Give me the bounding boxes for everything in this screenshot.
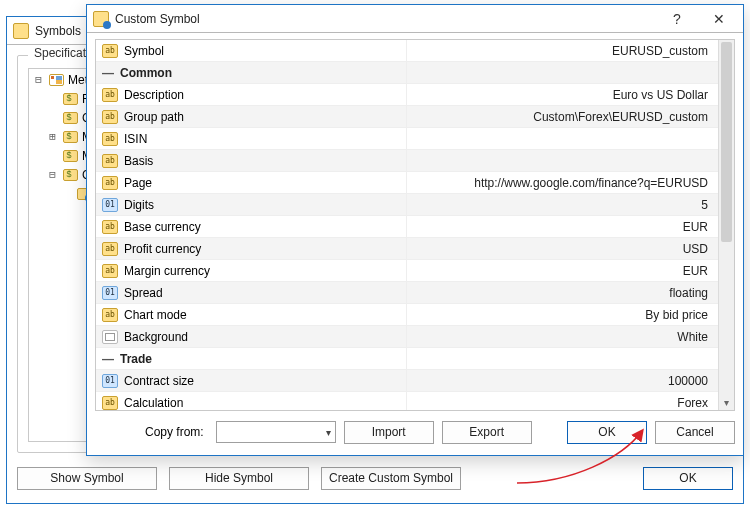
vertical-scrollbar[interactable]: ▴ ▾	[718, 40, 734, 410]
import-button[interactable]: Import	[344, 421, 434, 444]
string-type-icon	[102, 154, 118, 168]
string-type-icon	[102, 132, 118, 146]
custom-symbol-window: Custom Symbol ? ✕ SymbolEURUSD_custom—Co…	[86, 4, 744, 456]
property-row[interactable]: Base currencyEUR	[96, 216, 718, 238]
property-name: Basis	[124, 154, 153, 168]
number-type-icon	[102, 198, 118, 212]
property-name: Base currency	[124, 220, 201, 234]
property-row[interactable]: BackgroundWhite	[96, 326, 718, 348]
number-type-icon	[102, 286, 118, 300]
symbols-ok-button[interactable]: OK	[643, 467, 733, 490]
create-custom-symbol-button[interactable]: Create Custom Symbol	[321, 467, 461, 490]
property-grid-container: SymbolEURUSD_custom—CommonDescriptionEur…	[95, 39, 735, 411]
property-row[interactable]: SymbolEURUSD_custom	[96, 40, 718, 62]
folder-icon	[63, 131, 78, 143]
symbols-button-bar: Show Symbol Hide Symbol Create Custom Sy…	[17, 465, 733, 491]
string-type-icon	[102, 396, 118, 410]
property-value[interactable]: EUR	[407, 264, 718, 278]
property-name: Contract size	[124, 374, 194, 388]
property-row[interactable]: Digits5	[96, 194, 718, 216]
property-grid[interactable]: SymbolEURUSD_custom—CommonDescriptionEur…	[96, 40, 734, 410]
string-type-icon	[102, 88, 118, 102]
tree-collapse-icon[interactable]: ⊟	[47, 168, 58, 181]
string-type-icon	[102, 220, 118, 234]
property-name: Description	[124, 88, 184, 102]
property-value[interactable]: http://www.google.com/finance?q=EURUSD	[407, 176, 718, 190]
symbols-window-icon	[13, 23, 29, 39]
property-value[interactable]: USD	[407, 242, 718, 256]
property-value[interactable]: White	[407, 330, 718, 344]
hide-symbol-button[interactable]: Hide Symbol	[169, 467, 309, 490]
property-value[interactable]: Custom\Forex\EURUSD_custom	[407, 110, 718, 124]
property-row[interactable]: Basis	[96, 150, 718, 172]
custom-symbol-title: Custom Symbol	[115, 12, 653, 26]
property-row[interactable]: DescriptionEuro vs US Dollar	[96, 84, 718, 106]
property-row[interactable]: Profit currencyUSD	[96, 238, 718, 260]
section-title: Common	[120, 66, 172, 80]
property-name: Symbol	[124, 44, 164, 58]
property-row[interactable]: ISIN	[96, 128, 718, 150]
custom-symbol-cancel-button[interactable]: Cancel	[655, 421, 735, 444]
property-section-header[interactable]: —Trade	[96, 348, 718, 370]
string-type-icon	[102, 110, 118, 124]
property-name: Profit currency	[124, 242, 201, 256]
folder-icon	[63, 93, 78, 105]
property-name: Page	[124, 176, 152, 190]
string-type-icon	[102, 264, 118, 278]
string-type-icon	[102, 44, 118, 58]
property-row[interactable]: Pagehttp://www.google.com/finance?q=EURU…	[96, 172, 718, 194]
string-type-icon	[102, 242, 118, 256]
property-row[interactable]: Spreadfloating	[96, 282, 718, 304]
help-button[interactable]: ?	[659, 5, 695, 33]
section-collapse-icon[interactable]: —	[102, 66, 114, 80]
folder-icon	[49, 74, 64, 86]
folder-icon	[63, 150, 78, 162]
property-value[interactable]: Forex	[407, 396, 718, 410]
folder-icon	[63, 169, 78, 181]
property-name: Background	[124, 330, 188, 344]
property-row[interactable]: Contract size100000	[96, 370, 718, 392]
property-name: Calculation	[124, 396, 183, 410]
show-symbol-button[interactable]: Show Symbol	[17, 467, 157, 490]
property-value[interactable]: EUR	[407, 220, 718, 234]
number-type-icon	[102, 374, 118, 388]
property-value[interactable]: Euro vs US Dollar	[407, 88, 718, 102]
property-row[interactable]: CalculationForex	[96, 392, 718, 410]
custom-symbol-window-icon	[93, 11, 109, 27]
export-button[interactable]: Export	[442, 421, 532, 444]
property-value[interactable]: By bid price	[407, 308, 718, 322]
property-name: Group path	[124, 110, 184, 124]
property-name: Spread	[124, 286, 163, 300]
property-value[interactable]: 100000	[407, 374, 718, 388]
property-section-header[interactable]: —Common	[96, 62, 718, 84]
custom-symbol-button-bar: Copy from: ▾ Import Export OK Cancel	[95, 419, 735, 445]
close-button[interactable]: ✕	[701, 5, 737, 33]
tree-collapse-icon[interactable]: ⊟	[33, 73, 44, 86]
property-row[interactable]: Margin currencyEUR	[96, 260, 718, 282]
property-row[interactable]: Chart modeBy bid price	[96, 304, 718, 326]
string-type-icon	[102, 176, 118, 190]
scrollbar-thumb[interactable]	[721, 42, 732, 242]
property-value[interactable]: 5	[407, 198, 718, 212]
property-value[interactable]: floating	[407, 286, 718, 300]
property-name: Digits	[124, 198, 154, 212]
folder-icon	[63, 112, 78, 124]
string-type-icon	[102, 308, 118, 322]
chevron-down-icon: ▾	[326, 427, 331, 438]
tree-expand-icon[interactable]: ⊞	[47, 130, 58, 143]
property-value[interactable]: EURUSD_custom	[407, 44, 718, 58]
copy-from-label: Copy from:	[95, 425, 208, 439]
section-title: Trade	[120, 352, 152, 366]
section-collapse-icon[interactable]: —	[102, 352, 114, 366]
property-name: ISIN	[124, 132, 147, 146]
scroll-down-icon[interactable]: ▾	[719, 396, 734, 410]
custom-symbol-titlebar: Custom Symbol ? ✕	[87, 5, 743, 33]
custom-symbol-ok-button[interactable]: OK	[567, 421, 647, 444]
property-name: Chart mode	[124, 308, 187, 322]
copy-from-dropdown[interactable]: ▾	[216, 421, 336, 443]
property-row[interactable]: Group pathCustom\Forex\EURUSD_custom	[96, 106, 718, 128]
property-name: Margin currency	[124, 264, 210, 278]
color-type-icon	[102, 330, 118, 344]
